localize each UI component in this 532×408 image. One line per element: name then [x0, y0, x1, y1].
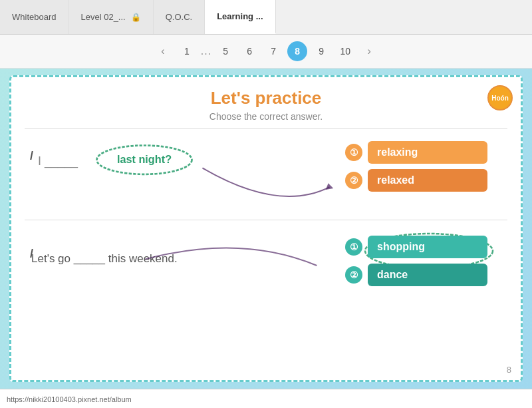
q1-option-row-1: ① relaxing — [345, 141, 487, 164]
url-bar: https://nikki20100403.pixnet.net/album — [0, 389, 532, 408]
tab-learning-label: Learning ... — [217, 11, 263, 21]
page-5-button[interactable]: 5 — [215, 41, 235, 61]
tab-whiteboard[interactable]: Whiteboard — [0, 0, 68, 34]
q1-prefix: I _____ — [38, 154, 78, 168]
tab-qoc[interactable]: Q.O.C. — [154, 0, 205, 34]
tab-bar: Whiteboard Level 02_... 🔒 Q.O.C. Learnin… — [0, 0, 532, 35]
q2-options: ① shopping ② dance — [345, 236, 487, 286]
q2-option-1-number: ① — [345, 238, 362, 256]
content-area: Hoón Let's practice Choose the correct a… — [0, 69, 532, 389]
q2-option-2-number: ② — [345, 266, 362, 284]
handwritten-circle-q1: last night? — [91, 141, 198, 176]
svg-text:last night?: last night? — [117, 153, 172, 165]
q2-text: Let's go _____ this weekend. — [31, 252, 178, 266]
pagination: ‹ 1 ... 5 6 7 8 9 10 › — [0, 35, 532, 69]
avatar[interactable]: Hoón — [487, 85, 513, 110]
prev-page-button[interactable]: ‹ — [153, 41, 173, 61]
url-text: https://nikki20100403.pixnet.net/album — [7, 395, 132, 403]
page-9-button[interactable]: 9 — [311, 41, 331, 61]
middle-divider — [25, 220, 507, 220]
next-page-button[interactable]: › — [359, 41, 379, 61]
lock-icon: 🔒 — [131, 13, 141, 22]
q1-text: I _____ — [38, 154, 78, 168]
page-8-button[interactable]: 8 — [287, 41, 307, 61]
page-10-button[interactable]: 10 — [335, 41, 355, 61]
page-1-button[interactable]: 1 — [177, 41, 197, 61]
q1-options: ① relaxing ② relaxed — [345, 141, 487, 192]
tab-qoc-label: Q.O.C. — [166, 12, 192, 22]
tab-level02-label: Level 02_... — [80, 12, 125, 22]
q1-option-2-button[interactable]: relaxed — [368, 169, 487, 192]
page-7-button[interactable]: 7 — [263, 41, 283, 61]
slide-page-number: 8 — [507, 365, 511, 375]
q1-option-1-number: ① — [345, 144, 362, 161]
tab-whiteboard-label: Whiteboard — [12, 12, 56, 22]
slide-container: Hoón Let's practice Choose the correct a… — [9, 75, 523, 382]
q1-option-row-2: ② relaxed — [345, 169, 487, 192]
slide-subtitle: Choose the correct answer. — [25, 111, 507, 122]
dash-mark-q1: / — [30, 149, 33, 163]
slide-title: Let's practice — [25, 88, 507, 108]
q1-option-2-number: ② — [345, 172, 362, 189]
q2-option-row-1: ① shopping — [345, 236, 487, 258]
tab-learning[interactable]: Learning ... — [205, 0, 275, 34]
q2-option-2-button[interactable]: dance — [368, 264, 487, 286]
page-6-button[interactable]: 6 — [239, 41, 259, 61]
svg-marker-2 — [326, 183, 333, 190]
top-divider — [25, 128, 507, 129]
q2-option-row-2: ② dance — [345, 264, 487, 286]
q1-option-1-button[interactable]: relaxing — [368, 141, 487, 164]
tab-level02[interactable]: Level 02_... 🔒 — [68, 0, 153, 34]
question-1-section: / I _____ last night? ① relaxing — [25, 134, 507, 214]
q2-option-1-button[interactable]: shopping — [368, 236, 487, 258]
avatar-label: Hoón — [491, 95, 509, 102]
page-dots: ... — [201, 45, 211, 57]
question-2-section: / Let's go _____ this weekend. ① shoppin… — [25, 226, 507, 306]
